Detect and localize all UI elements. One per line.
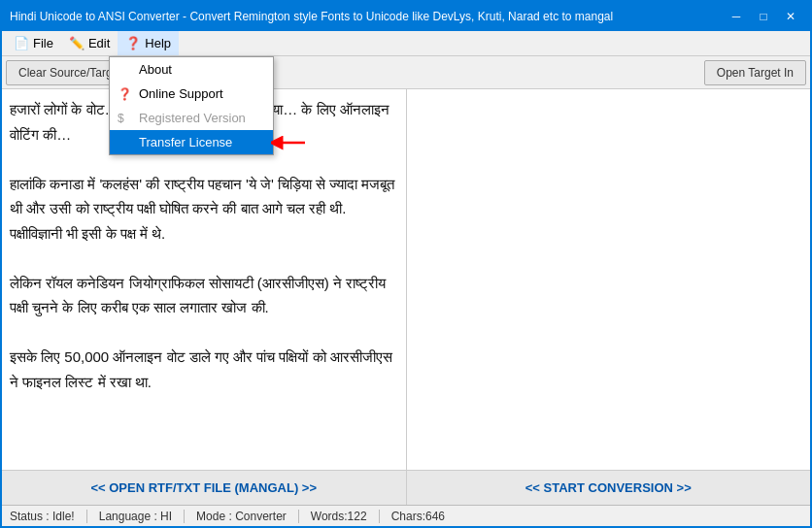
help-menu-icon: ❓: [125, 36, 141, 50]
red-arrow-icon: [271, 133, 310, 152]
online-support-icon: ❓: [118, 87, 132, 101]
words-text: Words:122: [311, 510, 380, 523]
close-button[interactable]: ✕: [779, 7, 802, 26]
target-panel: [407, 89, 811, 470]
help-dropdown: About ❓ Online Support $ Registered Vers…: [109, 56, 274, 155]
online-support-menu-item[interactable]: ❓ Online Support: [110, 82, 273, 106]
start-conversion-button[interactable]: << START CONVERSION >>: [407, 471, 811, 505]
help-menu[interactable]: ❓ Help: [118, 31, 179, 55]
registered-version-menu-item[interactable]: $ Registered Version: [110, 106, 273, 130]
edit-menu-label: Edit: [88, 36, 110, 50]
about-label: About: [139, 62, 172, 77]
file-menu-label: File: [33, 36, 53, 50]
menu-bar: 📄 File ✏️ Edit ❓ Help About ❓ Online Sup…: [2, 31, 810, 56]
status-bar: Status : Idle! Language : HI Mode : Conv…: [2, 505, 810, 526]
file-menu-icon: 📄: [14, 36, 29, 50]
language-text: Language : HI: [99, 510, 185, 523]
title-bar: Hindi Unicode to ANSI Converter - Conver…: [2, 2, 810, 31]
registered-version-icon: $: [118, 112, 124, 125]
edit-menu-icon: ✏️: [69, 36, 85, 50]
bottom-buttons: << OPEN RTF/TXT FILE (MANGAL) >> << STAR…: [2, 470, 810, 505]
mode-text: Mode : Converter: [196, 510, 299, 523]
title-controls: ─ □ ✕: [725, 7, 802, 26]
online-support-label: Online Support: [139, 86, 223, 101]
maximize-button[interactable]: □: [752, 7, 775, 26]
status-text: Status : Idle!: [10, 510, 87, 523]
open-target-button[interactable]: Open Target In: [704, 60, 806, 85]
registered-version-label: Registered Version: [139, 111, 246, 125]
help-menu-label: Help: [145, 36, 171, 50]
edit-menu[interactable]: ✏️ Edit: [61, 31, 118, 55]
file-menu[interactable]: 📄 File: [6, 31, 61, 55]
open-rtf-button[interactable]: << OPEN RTF/TXT FILE (MANGAL) >>: [2, 471, 407, 505]
chars-text: Chars:646: [391, 510, 457, 523]
target-text-area[interactable]: [407, 89, 811, 470]
about-menu-item[interactable]: About: [110, 57, 273, 82]
window-title: Hindi Unicode to ANSI Converter - Conver…: [10, 10, 613, 23]
transfer-license-menu-item[interactable]: Transfer License: [110, 130, 273, 154]
transfer-license-label: Transfer License: [139, 135, 232, 149]
minimize-button[interactable]: ─: [725, 7, 748, 26]
